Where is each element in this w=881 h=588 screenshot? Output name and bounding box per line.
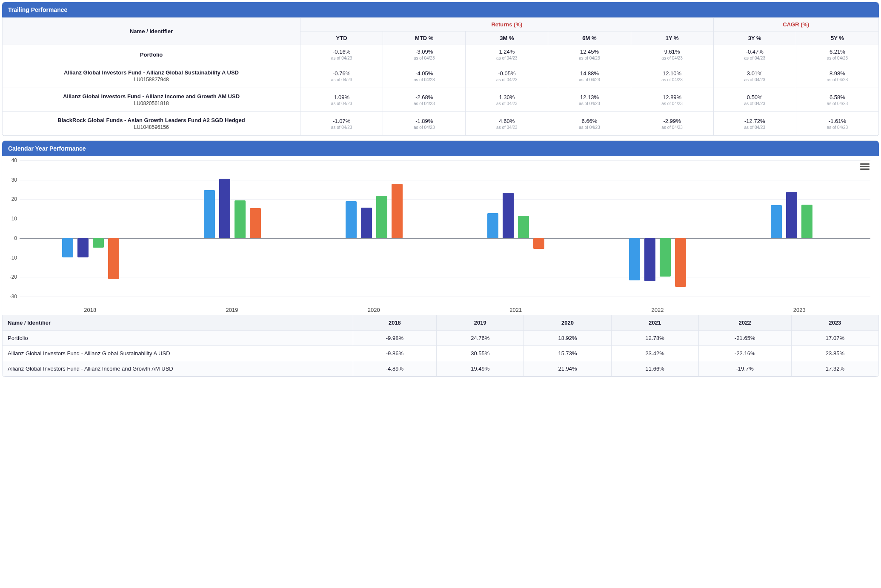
- cell-value: 12.89%as of 04/23: [631, 88, 713, 112]
- y-tick-label: 40: [5, 157, 17, 163]
- table-row: Portfolio-9.98%24.76%18.92%12.78%-21.65%…: [3, 331, 879, 346]
- cell-value: 12.45%as of 04/23: [548, 45, 631, 64]
- cell-value: -2.99%as of 04/23: [631, 112, 713, 136]
- cell-value: -1.07%as of 04/23: [300, 112, 383, 136]
- th-ytd: YTD: [300, 31, 383, 45]
- bar-group: [303, 160, 445, 297]
- cell-value: 18.92%: [524, 331, 611, 346]
- th-group-returns: Returns (%): [300, 18, 714, 31]
- cell-value: -9.98%: [353, 331, 437, 346]
- bar[interactable]: [93, 160, 104, 297]
- cell-value: 1.09%as of 04/23: [300, 88, 383, 112]
- y-tick-label: 10: [5, 216, 17, 222]
- cal-th-year: 2022: [698, 315, 791, 331]
- th-mtd-: MTD %: [383, 31, 466, 45]
- cell-value: 23.42%: [611, 346, 698, 361]
- cell-value: -22.16%: [698, 346, 791, 361]
- bar-group: [587, 160, 729, 297]
- cell-value: -0.16%as of 04/23: [300, 45, 383, 64]
- cell-value: -2.68%as of 04/23: [383, 88, 466, 112]
- cell-value: 9.61%as of 04/23: [631, 45, 713, 64]
- th-3y-: 3Y %: [713, 31, 796, 45]
- calendar-year-title: Calendar Year Performance: [2, 141, 879, 156]
- row-name: Allianz Global Investors Fund - Allianz …: [3, 64, 300, 88]
- y-tick-label: 20: [5, 196, 17, 202]
- cell-value: 21.94%: [524, 361, 611, 377]
- cell-value: -1.61%as of 04/23: [796, 112, 878, 136]
- bar[interactable]: [518, 160, 529, 297]
- x-tick-label: 2022: [586, 307, 728, 313]
- cell-value: 30.55%: [437, 346, 524, 361]
- cal-th-name: Name / Identifier: [3, 315, 353, 331]
- trailing-performance-panel: Trailing Performance Name / Identifier R…: [2, 2, 879, 136]
- bar[interactable]: [801, 160, 812, 297]
- cal-th-year: 2023: [791, 315, 878, 331]
- th-1y-: 1Y %: [631, 31, 713, 45]
- bar[interactable]: [219, 160, 230, 297]
- y-tick-label: -20: [5, 274, 17, 280]
- bar[interactable]: [62, 160, 73, 297]
- x-tick-label: 2018: [19, 307, 161, 313]
- cell-value: 1.30%as of 04/23: [466, 88, 548, 112]
- th-6m-: 6M %: [548, 31, 631, 45]
- bar[interactable]: [660, 160, 671, 297]
- bar-group: [729, 160, 870, 297]
- bar[interactable]: [346, 160, 357, 297]
- bar[interactable]: [361, 160, 372, 297]
- bar[interactable]: [675, 160, 686, 297]
- y-tick-label: -30: [5, 294, 17, 300]
- bar[interactable]: [250, 160, 261, 297]
- bar[interactable]: [817, 160, 828, 297]
- cell-value: -19.7%: [698, 361, 791, 377]
- cell-value: -4.89%: [353, 361, 437, 377]
- trailing-performance-table: Name / Identifier Returns (%) CAGR (%) Y…: [2, 17, 879, 136]
- cell-value: -0.76%as of 04/23: [300, 64, 383, 88]
- cell-value: 15.73%: [524, 346, 611, 361]
- table-row: Allianz Global Investors Fund - Allianz …: [3, 361, 879, 377]
- bar[interactable]: [77, 160, 89, 297]
- bar[interactable]: [204, 160, 215, 297]
- cell-value: 1.24%as of 04/23: [466, 45, 548, 64]
- cell-value: 6.58%as of 04/23: [796, 88, 878, 112]
- y-tick-label: 30: [5, 177, 17, 183]
- bar[interactable]: [771, 160, 782, 297]
- cell-value: -12.72%as of 04/23: [713, 112, 796, 136]
- cell-value: -1.89%as of 04/23: [383, 112, 466, 136]
- cell-value: -3.09%as of 04/23: [383, 45, 466, 64]
- bar[interactable]: [533, 160, 544, 297]
- table-row: Allianz Global Investors Fund - Allianz …: [3, 88, 879, 112]
- bar[interactable]: [644, 160, 655, 297]
- trailing-performance-title: Trailing Performance: [2, 2, 879, 17]
- table-row: BlackRock Global Funds - Asian Growth Le…: [3, 112, 879, 136]
- bar[interactable]: [376, 160, 387, 297]
- y-tick-label: 0: [5, 235, 17, 241]
- bar-group: [20, 160, 161, 297]
- cell-value: 6.66%as of 04/23: [548, 112, 631, 136]
- row-name: Portfolio: [3, 45, 300, 64]
- cell-value: 0.50%as of 04/23: [713, 88, 796, 112]
- bar[interactable]: [392, 160, 403, 297]
- bar[interactable]: [503, 160, 514, 297]
- th-group-cagr: CAGR (%): [713, 18, 878, 31]
- bar[interactable]: [108, 160, 119, 297]
- cal-th-year: 2021: [611, 315, 698, 331]
- cal-th-year: 2018: [353, 315, 437, 331]
- cell-value: 12.13%as of 04/23: [548, 88, 631, 112]
- bar[interactable]: [629, 160, 640, 297]
- cal-row-name: Allianz Global Investors Fund - Allianz …: [3, 361, 353, 377]
- cal-th-year: 2020: [524, 315, 611, 331]
- cell-value: -0.47%as of 04/23: [713, 45, 796, 64]
- bar[interactable]: [487, 160, 498, 297]
- bar-group: [445, 160, 587, 297]
- cell-value: 24.76%: [437, 331, 524, 346]
- x-tick-label: 2023: [729, 307, 870, 313]
- calendar-year-panel: Calendar Year Performance -30-20-1001020…: [2, 140, 879, 377]
- bar[interactable]: [786, 160, 797, 297]
- cell-value: 4.60%as of 04/23: [466, 112, 548, 136]
- bar[interactable]: [235, 160, 246, 297]
- cell-value: 11.66%: [611, 361, 698, 377]
- bar-group: [161, 160, 303, 297]
- cal-th-year: 2019: [437, 315, 524, 331]
- cell-value: 3.01%as of 04/23: [713, 64, 796, 88]
- table-row: Allianz Global Investors Fund - Allianz …: [3, 346, 879, 361]
